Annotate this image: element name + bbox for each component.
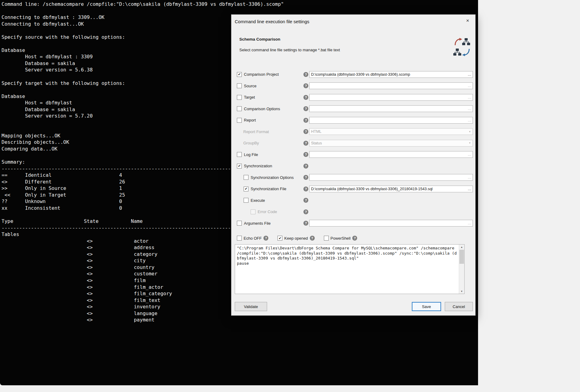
close-icon[interactable]: ×	[464, 17, 471, 24]
echo-off-label: Echo OFF	[244, 236, 262, 241]
log-file-label: Log File	[244, 152, 258, 157]
validate-button[interactable]: Validate	[235, 302, 267, 311]
help-icon[interactable]: ?	[303, 198, 308, 203]
synchronization-options-checkbox[interactable]	[244, 175, 248, 180]
row-report-format: Report Format ? HTML ▼	[237, 126, 473, 138]
keep-opened-checkbox[interactable]: ✔	[277, 236, 282, 241]
help-icon[interactable]: ?	[303, 72, 308, 77]
comparison-project-value: D:\comp\sakila (dbfmylast-3309 vs dbfmyl…	[310, 72, 466, 77]
report-checkbox[interactable]	[237, 118, 242, 123]
synchronization-options-field[interactable]: …	[309, 174, 473, 181]
report-format-dropdown[interactable]: HTML ▼	[309, 128, 473, 135]
powershell-option: PowerShell ?	[324, 236, 357, 241]
report-format-value: HTML	[310, 129, 467, 134]
help-icon[interactable]: ?	[303, 187, 308, 191]
source-checkbox[interactable]	[237, 83, 242, 88]
schema-sync-icon	[453, 38, 471, 57]
scrollbar-thumb[interactable]	[459, 250, 464, 264]
synchronization-file-field[interactable]: D:\comp\sakila (dbfmylast-3309 vs dbfmyl…	[309, 186, 473, 192]
browse-button[interactable]: …	[466, 72, 473, 77]
synchronization-file-label: Synchronization File	[251, 187, 286, 191]
settings-form: ✔ Comparison Project ? D:\comp\sakila (d…	[237, 69, 473, 229]
report-label: Report	[244, 118, 256, 122]
help-icon[interactable]: ?	[303, 221, 308, 226]
groupby-dropdown[interactable]: Status ▼	[309, 140, 473, 147]
row-arguments-file: Arguments File ? …	[237, 218, 473, 229]
row-synchronization: ✔ Synchronization ?	[237, 160, 473, 172]
target-label: Target	[244, 95, 255, 100]
command-line-settings-dialog: Command line execution file settings × S…	[231, 14, 476, 316]
scroll-up-icon[interactable]: ▲	[459, 245, 464, 249]
bat-options: Echo OFF ? ✔ Keep opened ? PowerShell ?	[237, 236, 357, 241]
browse-button[interactable]: …	[466, 118, 473, 122]
execute-label: Execute	[251, 198, 265, 203]
help-icon[interactable]: ?	[303, 106, 308, 111]
help-icon[interactable]: ?	[352, 236, 357, 241]
cancel-button[interactable]: Cancel	[445, 302, 473, 311]
row-log-file: Log File ? …	[237, 149, 473, 161]
browse-button[interactable]: …	[466, 107, 473, 111]
row-report: Report ? …	[237, 114, 473, 126]
error-code-label: Error Code	[258, 209, 277, 214]
source-field[interactable]: …	[309, 82, 473, 89]
help-icon[interactable]: ?	[303, 152, 308, 157]
bat-text-editor[interactable]: "C:\Program Files\Devart\dbForge Schema …	[235, 244, 465, 294]
section-title: Schema Comparison	[239, 37, 280, 42]
scroll-down-icon[interactable]: ▼	[459, 289, 464, 294]
help-icon[interactable]: ?	[303, 95, 308, 100]
browse-button[interactable]: …	[466, 84, 473, 88]
arguments-file-label: Arguments File	[244, 221, 270, 226]
error-code-checkbox[interactable]	[251, 209, 256, 214]
row-target: Target ? …	[237, 92, 473, 103]
help-icon[interactable]: ?	[263, 236, 268, 241]
groupby-label: GroupBy	[243, 141, 259, 145]
row-comparison-options: Comparison Options ? …	[237, 103, 473, 115]
synchronization-checkbox[interactable]: ✔	[237, 164, 242, 169]
scrollbar[interactable]: ▲ ▼	[459, 245, 464, 294]
report-format-label: Report Format	[243, 129, 269, 134]
help-icon[interactable]: ?	[303, 164, 308, 169]
execute-checkbox[interactable]	[244, 198, 248, 203]
powershell-checkbox[interactable]	[324, 236, 329, 241]
log-file-field[interactable]: …	[309, 151, 473, 158]
browse-button[interactable]: …	[466, 221, 473, 225]
groupby-value: Status	[310, 141, 467, 145]
browse-button[interactable]: …	[466, 187, 473, 191]
synchronization-options-label: Synchronization Options	[251, 175, 294, 180]
comparison-project-field[interactable]: D:\comp\sakila (dbfmylast-3309 vs dbfmyl…	[309, 71, 473, 78]
synchronization-file-checkbox[interactable]: ✔	[244, 187, 248, 191]
browse-button[interactable]: …	[466, 175, 473, 180]
browse-button[interactable]: …	[466, 152, 473, 157]
report-field[interactable]: …	[309, 117, 473, 124]
chevron-down-icon[interactable]: ▼	[467, 130, 473, 133]
chevron-down-icon[interactable]: ▼	[467, 142, 473, 144]
row-source: Source ? …	[237, 80, 473, 92]
section-subtitle: Select command line file settings to man…	[239, 48, 340, 52]
target-field[interactable]: …	[309, 94, 473, 101]
save-button[interactable]: Save	[412, 302, 441, 311]
powershell-label: PowerShell	[331, 236, 351, 241]
comparison-project-checkbox[interactable]: ✔	[237, 72, 242, 77]
comparison-project-label: Comparison Project	[244, 72, 279, 77]
help-icon[interactable]: ?	[303, 118, 308, 123]
browse-button[interactable]: …	[466, 95, 473, 100]
help-icon[interactable]: ?	[303, 83, 308, 88]
help-icon[interactable]: ?	[303, 141, 308, 146]
keep-opened-option: ✔ Keep opened ?	[277, 236, 314, 241]
synchronization-label: Synchronization	[244, 164, 272, 168]
comparison-options-label: Comparison Options	[244, 107, 280, 111]
bat-text[interactable]: "C:\Program Files\Devart\dbForge Schema …	[235, 245, 459, 294]
help-icon[interactable]: ?	[303, 209, 308, 214]
echo-off-checkbox[interactable]	[237, 236, 242, 241]
help-icon[interactable]: ?	[310, 236, 315, 241]
target-checkbox[interactable]	[237, 95, 242, 100]
row-synchronization-file: ✔ Synchronization File ? D:\comp\sakila …	[237, 183, 473, 195]
help-icon[interactable]: ?	[303, 175, 308, 180]
comparison-options-field[interactable]: …	[309, 105, 473, 112]
arguments-file-field[interactable]: …	[309, 220, 473, 227]
arguments-file-checkbox[interactable]	[237, 221, 242, 226]
synchronization-file-value: D:\comp\sakila (dbfmylast-3309 vs dbfmyl…	[310, 187, 466, 191]
log-file-checkbox[interactable]	[237, 152, 242, 157]
comparison-options-checkbox[interactable]	[237, 106, 242, 111]
help-icon[interactable]: ?	[303, 129, 308, 134]
